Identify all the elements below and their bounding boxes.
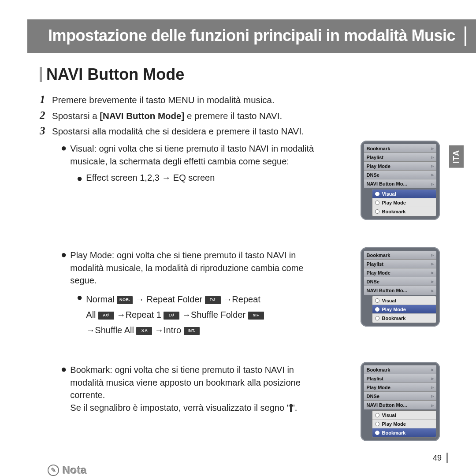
bullet-icon: ●: [61, 142, 67, 167]
chevron-right-icon: ▹: [431, 288, 434, 293]
popup-item: Visual: [372, 296, 436, 305]
bullet-icon: ●: [77, 292, 82, 338]
chevron-right-icon: ▹: [431, 270, 434, 275]
section-bar-icon: [40, 67, 42, 82]
note-label: Nota: [63, 464, 87, 476]
repeat-folder-icon: F↺: [205, 296, 221, 304]
popup-item-selected: Visual: [372, 190, 436, 198]
radio-icon: [375, 316, 379, 320]
repeat-all-icon: A↺: [98, 312, 114, 320]
page-title: Impostazione delle funzioni principali i…: [48, 26, 455, 45]
popup-item: Visual: [372, 411, 436, 420]
language-tab: ITA: [449, 145, 464, 168]
step-2: Spostarsi a [NAVI Button Mode] e premere…: [40, 109, 445, 123]
bullet-icon: ●: [77, 173, 82, 184]
chevron-right-icon: ▹: [431, 403, 434, 408]
radio-icon: [375, 307, 379, 312]
menu-item: DNSe▹: [364, 277, 436, 286]
popup-item-selected: Bookmark: [372, 428, 436, 437]
popup-menu: Visual Play Mode Bookmark: [372, 410, 436, 438]
radio-icon: [375, 422, 379, 426]
chevron-right-icon: ▹: [431, 172, 434, 177]
popup-menu: Visual Play Mode Bookmark: [372, 189, 436, 216]
chevron-right-icon: ▹: [431, 261, 434, 266]
menu-item: Bookmark▹: [364, 365, 436, 374]
menu-item: Play Mode▹: [364, 383, 436, 392]
chevron-right-icon: ▹: [431, 367, 434, 372]
menu-item: DNSe▹: [364, 171, 436, 179]
popup-item: Bookmark: [372, 207, 436, 216]
menu-item: Bookmark▹: [364, 144, 436, 153]
note-row: ✎ Nota: [48, 464, 445, 476]
chevron-right-icon: ▹: [431, 279, 434, 284]
radio-icon: [375, 209, 379, 214]
menu-item: NAVI Button Mo...▹: [364, 179, 436, 188]
bullet-icon: ●: [61, 364, 67, 414]
menu-item: NAVI Button Mo...▹: [364, 286, 436, 295]
chevron-right-icon: ▹: [431, 146, 434, 151]
radio-icon: [375, 298, 379, 303]
popup-item: Bookmark: [372, 314, 436, 323]
section-title-row: NAVI Button Mode: [40, 65, 445, 84]
device-screenshot-bookmark: Bookmark▹ Playlist▹ Play Mode▹ DNSe▹ NAV…: [361, 362, 440, 441]
menu-item: Playlist▹: [364, 260, 436, 268]
chevron-right-icon: ▹: [431, 394, 434, 398]
bookmark-block: ● Bookmark: ogni volta che si tiene prem…: [61, 364, 325, 414]
menu-item: Play Mode▹: [364, 268, 436, 277]
menu-item: Bookmark▹: [364, 251, 436, 260]
chevron-right-icon: ▹: [431, 385, 434, 390]
menu-item: Playlist▹: [364, 374, 436, 383]
device-screenshot-visual: Bookmark▹ Playlist▹ Play Mode▹ DNSe▹ NAV…: [361, 141, 440, 220]
bullet-icon: ●: [61, 249, 67, 286]
page-header-band: Impostazione delle funzioni principali i…: [27, 19, 476, 53]
chevron-right-icon: ▹: [431, 155, 434, 160]
popup-item-selected: Play Mode: [372, 305, 436, 314]
intro-icon: INT.: [184, 327, 200, 335]
playmode-block: ●Play Mode: ogni volta che si tiene prem…: [61, 249, 325, 286]
section-title: NAVI Button Mode: [46, 65, 184, 84]
page-number: 49: [433, 454, 442, 463]
radio-icon: [375, 192, 379, 196]
step-3: Spostarsi alla modalità che si desidera …: [40, 125, 445, 138]
repeat-one-icon: 1↺: [164, 312, 179, 320]
steps-list: Premere brevemente il tasto MENU in moda…: [40, 93, 445, 138]
visual-block: ●Visual: ogni volta che si tiene premuto…: [61, 142, 325, 167]
popup-menu: Visual Play Mode Bookmark: [372, 296, 436, 323]
shuffle-all-icon: ⤨A: [136, 327, 152, 335]
menu-item: Play Mode▹: [364, 162, 436, 171]
menu-item: Playlist▹: [364, 153, 436, 162]
pencil-icon: ✎: [48, 465, 59, 476]
popup-item: Play Mode: [372, 198, 436, 207]
menu-item: DNSe▹: [364, 392, 436, 401]
popup-item: Play Mode: [372, 420, 436, 428]
shuffle-folder-icon: ⤨F: [248, 312, 264, 320]
step-1: Premere brevemente il tasto MENU in moda…: [40, 93, 445, 107]
chevron-right-icon: ▹: [431, 164, 434, 168]
chevron-right-icon: ▹: [431, 253, 434, 257]
menu-item: NAVI Button Mo...▹: [364, 401, 436, 409]
device-screenshot-playmode: Bookmark▹ Playlist▹ Play Mode▹ DNSe▹ NAV…: [361, 247, 440, 327]
chevron-right-icon: ▹: [431, 376, 434, 381]
radio-icon: [375, 413, 379, 417]
radio-icon: [375, 431, 379, 435]
chevron-right-icon: ▹: [431, 182, 434, 186]
radio-icon: [375, 201, 379, 205]
normal-icon: NOR.: [117, 296, 133, 304]
